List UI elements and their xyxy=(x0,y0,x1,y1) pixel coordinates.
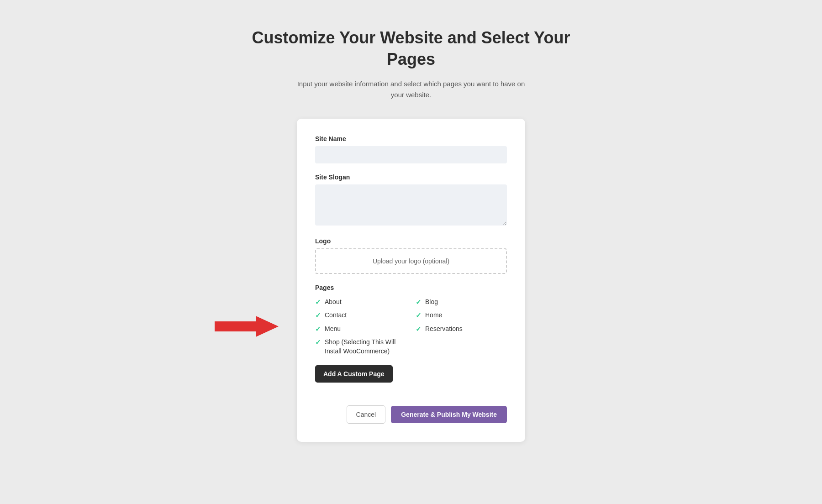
site-slogan-field: Site Slogan xyxy=(315,173,507,227)
site-slogan-label: Site Slogan xyxy=(315,173,507,181)
page-subtitle: Input your website information and selec… xyxy=(297,79,525,100)
page-item-shop[interactable]: ✓ Shop (Selecting This Will Install WooC… xyxy=(315,338,406,356)
publish-button[interactable]: Generate & Publish My Website xyxy=(391,406,507,423)
page-item-home[interactable]: ✓ Home xyxy=(416,311,507,320)
page-label-contact: Contact xyxy=(325,311,347,320)
checkmark-contact: ✓ xyxy=(315,311,321,320)
page-title: Customize Your Website and Select Your P… xyxy=(251,27,571,70)
checkmark-about: ✓ xyxy=(315,298,321,306)
cancel-button[interactable]: Cancel xyxy=(347,405,386,424)
site-name-input[interactable] xyxy=(315,146,507,163)
site-name-field: Site Name xyxy=(315,135,507,163)
add-custom-page-button[interactable]: Add A Custom Page xyxy=(315,365,393,383)
page-label-blog: Blog xyxy=(425,298,438,307)
logo-field: Logo Upload your logo (optional) xyxy=(315,237,507,274)
logo-label: Logo xyxy=(315,237,507,245)
checkmark-shop: ✓ xyxy=(315,338,321,346)
pages-label: Pages xyxy=(315,284,507,291)
page-label-shop: Shop (Selecting This Will Install WooCom… xyxy=(325,338,406,356)
page-label-reservations: Reservations xyxy=(425,325,463,334)
page-label-menu: Menu xyxy=(325,325,341,334)
page-item-contact[interactable]: ✓ Contact xyxy=(315,311,406,320)
logo-upload-text: Upload your logo (optional) xyxy=(373,257,449,265)
page-item-reservations[interactable]: ✓ Reservations xyxy=(416,325,507,334)
checkmark-reservations: ✓ xyxy=(416,325,422,333)
page-label-about: About xyxy=(325,298,342,307)
site-name-label: Site Name xyxy=(315,135,507,142)
logo-upload-area[interactable]: Upload your logo (optional) xyxy=(315,248,507,274)
page-item-menu[interactable]: ✓ Menu xyxy=(315,325,406,334)
svg-marker-0 xyxy=(215,316,279,337)
checkmark-blog: ✓ xyxy=(416,298,422,306)
page-item-blog[interactable]: ✓ Blog xyxy=(416,298,507,307)
checkmark-home: ✓ xyxy=(416,311,422,320)
pages-grid: ✓ About ✓ Blog ✓ Contact ✓ Home ✓ Menu xyxy=(315,298,507,356)
pages-section: Pages ✓ About ✓ Blog ✓ Contact ✓ Home ✓ xyxy=(315,284,507,395)
page-label-home: Home xyxy=(425,311,442,320)
site-slogan-input[interactable] xyxy=(315,184,507,226)
arrow-indicator xyxy=(215,315,279,338)
checkmark-menu: ✓ xyxy=(315,325,321,333)
form-card: Site Name Site Slogan Logo Upload your l… xyxy=(297,119,525,442)
footer-actions: Cancel Generate & Publish My Website xyxy=(315,405,507,424)
page-item-about[interactable]: ✓ About xyxy=(315,298,406,307)
